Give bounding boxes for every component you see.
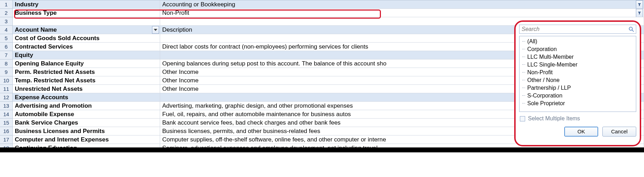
ok-button[interactable]: OK [564,127,598,137]
cancel-button[interactable]: Cancel [602,127,636,137]
row-header[interactable]: 4 [0,26,13,34]
row-header[interactable]: 16 [0,127,13,135]
row-filter-button[interactable] [636,0,643,9]
select-multiple-row[interactable]: Select Multiple Items [520,115,636,122]
column-filter-button[interactable] [152,26,159,34]
filter-tree-item[interactable]: S-Corporation [522,92,634,100]
filter-search-wrap [519,25,636,34]
search-icon [628,26,634,32]
row-header[interactable]: 14 [0,110,13,119]
row-header[interactable]: 3 [0,17,13,26]
cell-col-a[interactable]: Advertising and Promotion [13,102,160,110]
row-header[interactable]: 2 [0,9,13,17]
row-header[interactable]: 10 [0,76,13,85]
svg-line-1 [632,30,634,32]
filter-tree-item[interactable]: Partnership / LLP [522,84,634,92]
svg-point-0 [629,27,632,30]
row-filter-button[interactable] [636,9,643,17]
cell-col-a[interactable]: Temp. Restricted Net Assets [13,76,160,85]
checkbox-icon[interactable] [520,116,525,121]
row-header[interactable]: 6 [0,43,13,51]
cell-col-a[interactable]: Account Name [13,26,160,34]
cell-col-a[interactable]: Automobile Expense [13,110,160,119]
row-header[interactable]: 11 [0,85,13,93]
cell-col-a[interactable]: Business Type [13,9,160,17]
row-header[interactable]: 15 [0,119,13,127]
filter-tree[interactable]: (All)CorporationLLC Multi-MemberLLC Sing… [519,36,636,112]
row-header[interactable]: 17 [0,135,13,144]
cell-col-a[interactable]: Opening Balance Equity [13,59,160,68]
filter-tree-item[interactable]: LLC Single-Member [522,61,634,69]
cell-col-a[interactable]: Equity [13,51,160,59]
row-header[interactable]: 7 [0,51,13,59]
chevron-down-icon [154,29,157,31]
cell-col-a[interactable]: Cost of Goods Sold Accounts [13,34,160,43]
filter-tree-item[interactable]: Corporation [522,45,634,53]
filter-tree-item[interactable]: Other / None [522,76,634,84]
filter-tree-item[interactable]: Non-Profit [522,69,634,76]
cell-col-a[interactable]: Business Licenses and Permits [13,127,160,135]
cell-col-a[interactable]: Expense Accounts [13,93,160,102]
row-header[interactable]: 8 [0,59,13,68]
cell-col-a[interactable]: Perm. Restricted Net Assets [13,68,160,76]
popup-button-row: OK Cancel [519,127,636,137]
filter-tree-item[interactable]: Sole Proprietor [522,100,634,107]
filter-tree-item[interactable]: (All) [522,38,634,45]
cell-col-a[interactable]: Computer and Internet Expenses [13,135,160,144]
cell-col-b[interactable]: Non-Profit [160,9,644,17]
cell-col-a[interactable] [13,17,160,26]
row-header[interactable]: 9 [0,68,13,76]
filter-tree-item[interactable]: LLC Multi-Member [522,53,634,61]
cell-col-a[interactable]: Bank Service Charges [13,119,160,127]
select-multiple-label: Select Multiple Items [528,115,580,122]
row-header[interactable]: 12 [0,93,13,102]
filter-search-input[interactable] [520,25,636,33]
bottom-black-bar [0,147,644,152]
filter-popup: (All)CorporationLLC Multi-MemberLLC Sing… [514,20,641,146]
row-header[interactable]: 5 [0,34,13,43]
cell-col-a[interactable]: Unrestricted Net Assets [13,85,160,93]
row-header[interactable]: 13 [0,102,13,110]
cell-col-a[interactable]: Industry [13,0,160,9]
cell-col-b[interactable]: Accounting or Bookkeeping [160,0,644,9]
cell-col-a[interactable]: Contracted Services [13,43,160,51]
row-header[interactable]: 1 [0,0,13,9]
